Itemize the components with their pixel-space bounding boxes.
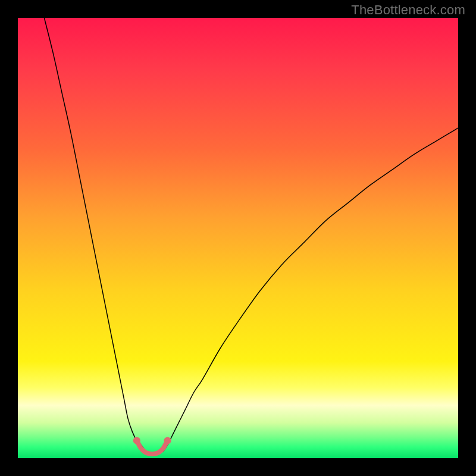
bottleneck-chart xyxy=(18,18,458,458)
bottom-highlight-endpoints-point xyxy=(164,437,171,444)
watermark-text: TheBottleneck.com xyxy=(351,2,465,18)
chart-frame: TheBottleneck.com xyxy=(0,0,476,476)
plot-background xyxy=(18,18,458,458)
bottom-highlight-endpoints-point xyxy=(133,437,140,444)
